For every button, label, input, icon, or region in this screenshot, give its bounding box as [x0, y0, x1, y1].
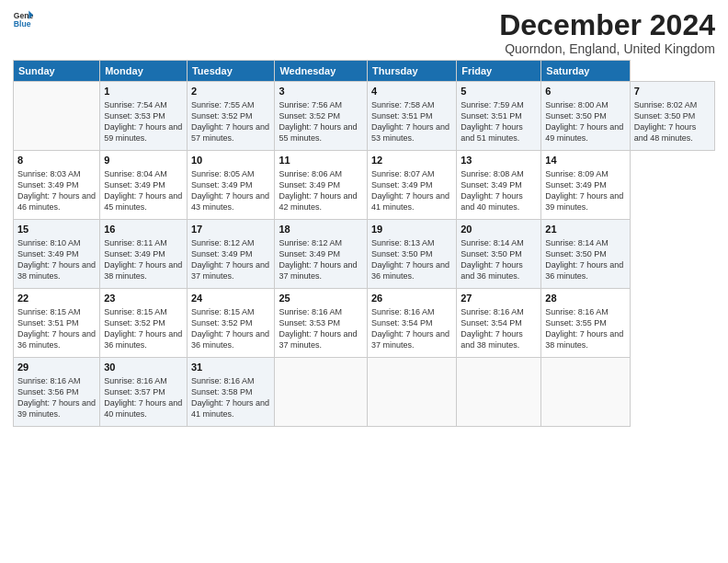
day-number: 8 [17, 154, 96, 167]
day-number: 12 [371, 154, 452, 167]
subtitle: Quorndon, England, United Kingdom [499, 41, 715, 56]
calendar-cell: 10Sunrise: 8:05 AMSunset: 3:49 PMDayligh… [187, 151, 274, 220]
calendar-cell: 2Sunrise: 7:55 AMSunset: 3:52 PMDaylight… [187, 82, 274, 151]
col-header-monday: Monday [100, 61, 188, 82]
logo: General Blue [13, 9, 33, 29]
day-number: 27 [461, 292, 537, 305]
day-number: 5 [461, 85, 537, 98]
page-container: General Blue December 2024 Quorndon, Eng… [0, 0, 728, 434]
calendar-cell: 14Sunrise: 8:09 AMSunset: 3:49 PMDayligh… [541, 151, 630, 220]
calendar-cell: 25Sunrise: 8:16 AMSunset: 3:53 PMDayligh… [275, 289, 368, 358]
title-block: December 2024 Quorndon, England, United … [499, 9, 715, 56]
calendar-cell [14, 82, 100, 151]
day-number: 4 [371, 85, 452, 98]
col-header-thursday: Thursday [368, 61, 457, 82]
calendar-cell [275, 358, 368, 427]
day-number: 19 [371, 223, 452, 236]
day-number: 16 [104, 223, 183, 236]
calendar-cell: 24Sunrise: 8:15 AMSunset: 3:52 PMDayligh… [187, 289, 274, 358]
week-row-2: 8Sunrise: 8:03 AMSunset: 3:49 PMDaylight… [14, 151, 715, 220]
day-number: 18 [279, 223, 363, 236]
calendar-cell: 12Sunrise: 8:07 AMSunset: 3:49 PMDayligh… [368, 151, 457, 220]
col-header-tuesday: Tuesday [187, 61, 274, 82]
col-header-wednesday: Wednesday [275, 61, 368, 82]
calendar-cell: 4Sunrise: 7:58 AMSunset: 3:51 PMDaylight… [368, 82, 457, 151]
calendar-cell: 1Sunrise: 7:54 AMSunset: 3:53 PMDaylight… [100, 82, 188, 151]
day-number: 10 [191, 154, 270, 167]
day-number: 13 [461, 154, 537, 167]
calendar-cell: 11Sunrise: 8:06 AMSunset: 3:49 PMDayligh… [275, 151, 368, 220]
day-number: 11 [279, 154, 363, 167]
calendar-cell: 6Sunrise: 8:00 AMSunset: 3:50 PMDaylight… [541, 82, 630, 151]
day-number: 7 [634, 85, 711, 98]
calendar-cell: 7Sunrise: 8:02 AMSunset: 3:50 PMDaylight… [630, 82, 714, 151]
calendar-cell: 5Sunrise: 7:59 AMSunset: 3:51 PMDaylight… [457, 82, 541, 151]
day-number: 31 [191, 361, 270, 374]
header: General Blue December 2024 Quorndon, Eng… [13, 9, 715, 56]
logo-icon: General Blue [13, 9, 33, 29]
day-number: 2 [191, 85, 270, 98]
week-row-1: 1Sunrise: 7:54 AMSunset: 3:53 PMDaylight… [14, 82, 715, 151]
day-number: 24 [191, 292, 270, 305]
calendar-cell: 18Sunrise: 8:12 AMSunset: 3:49 PMDayligh… [275, 220, 368, 289]
calendar-cell [541, 358, 630, 427]
calendar-cell: 19Sunrise: 8:13 AMSunset: 3:50 PMDayligh… [368, 220, 457, 289]
day-number: 28 [545, 292, 625, 305]
calendar-cell [457, 358, 541, 427]
calendar-cell: 31Sunrise: 8:16 AMSunset: 3:58 PMDayligh… [187, 358, 274, 427]
day-number: 25 [279, 292, 363, 305]
calendar-cell: 16Sunrise: 8:11 AMSunset: 3:49 PMDayligh… [100, 220, 188, 289]
calendar-cell [368, 358, 457, 427]
day-number: 9 [104, 154, 183, 167]
calendar-cell: 15Sunrise: 8:10 AMSunset: 3:49 PMDayligh… [14, 220, 100, 289]
day-number: 6 [545, 85, 625, 98]
calendar-table: SundayMondayTuesdayWednesdayThursdayFrid… [13, 60, 715, 427]
svg-text:Blue: Blue [14, 19, 31, 29]
calendar-cell: 28Sunrise: 8:16 AMSunset: 3:55 PMDayligh… [541, 289, 630, 358]
week-row-5: 29Sunrise: 8:16 AMSunset: 3:56 PMDayligh… [14, 358, 715, 427]
day-number: 17 [191, 223, 270, 236]
week-row-3: 15Sunrise: 8:10 AMSunset: 3:49 PMDayligh… [14, 220, 715, 289]
day-number: 29 [17, 361, 96, 374]
col-header-saturday: Saturday [541, 61, 630, 82]
calendar-cell: 27Sunrise: 8:16 AMSunset: 3:54 PMDayligh… [457, 289, 541, 358]
calendar-cell: 23Sunrise: 8:15 AMSunset: 3:52 PMDayligh… [100, 289, 188, 358]
calendar-cell: 21Sunrise: 8:14 AMSunset: 3:50 PMDayligh… [541, 220, 630, 289]
day-number: 21 [545, 223, 625, 236]
week-row-4: 22Sunrise: 8:15 AMSunset: 3:51 PMDayligh… [14, 289, 715, 358]
calendar-cell: 8Sunrise: 8:03 AMSunset: 3:49 PMDaylight… [14, 151, 100, 220]
day-number: 30 [104, 361, 183, 374]
calendar-cell: 26Sunrise: 8:16 AMSunset: 3:54 PMDayligh… [368, 289, 457, 358]
main-title: December 2024 [499, 9, 715, 41]
calendar-cell: 17Sunrise: 8:12 AMSunset: 3:49 PMDayligh… [187, 220, 274, 289]
day-number: 20 [461, 223, 537, 236]
day-number: 14 [545, 154, 625, 167]
col-header-friday: Friday [457, 61, 541, 82]
calendar-cell: 13Sunrise: 8:08 AMSunset: 3:49 PMDayligh… [457, 151, 541, 220]
col-header-sunday: Sunday [14, 61, 100, 82]
calendar-cell: 3Sunrise: 7:56 AMSunset: 3:52 PMDaylight… [275, 82, 368, 151]
day-number: 23 [104, 292, 183, 305]
calendar-cell: 29Sunrise: 8:16 AMSunset: 3:56 PMDayligh… [14, 358, 100, 427]
calendar-cell: 9Sunrise: 8:04 AMSunset: 3:49 PMDaylight… [100, 151, 188, 220]
day-number: 22 [17, 292, 96, 305]
calendar-cell: 20Sunrise: 8:14 AMSunset: 3:50 PMDayligh… [457, 220, 541, 289]
day-number: 3 [279, 85, 363, 98]
calendar-cell: 30Sunrise: 8:16 AMSunset: 3:57 PMDayligh… [100, 358, 188, 427]
day-number: 1 [104, 85, 183, 98]
day-number: 26 [371, 292, 452, 305]
calendar-cell: 22Sunrise: 8:15 AMSunset: 3:51 PMDayligh… [14, 289, 100, 358]
calendar-header-row: SundayMondayTuesdayWednesdayThursdayFrid… [14, 61, 715, 82]
day-number: 15 [17, 223, 96, 236]
